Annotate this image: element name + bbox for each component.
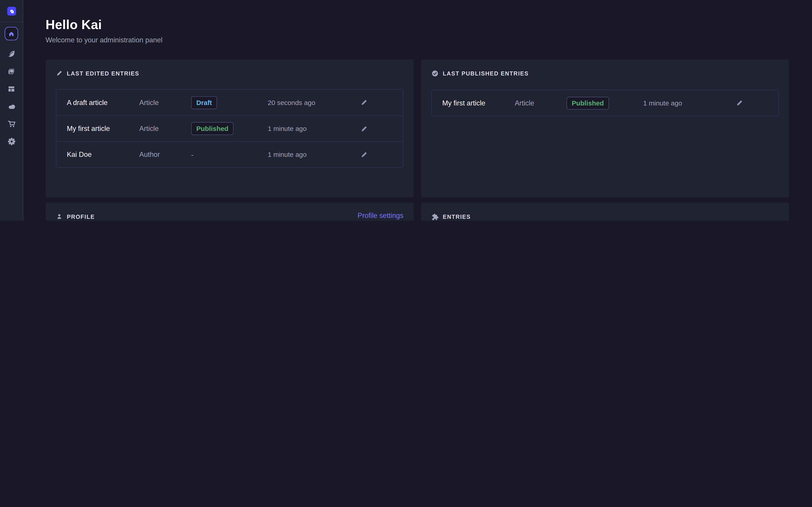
pencil-icon bbox=[360, 151, 368, 158]
pencil-icon bbox=[360, 99, 368, 106]
entry-name: My first article bbox=[67, 125, 139, 132]
entry-time: 20 seconds ago bbox=[268, 99, 360, 106]
card-title: LAST PUBLISHED ENTRIES bbox=[443, 70, 529, 76]
last-edited-entries-card: LAST EDITED ENTRIES A draft article Arti… bbox=[46, 59, 414, 198]
home-icon bbox=[8, 30, 15, 38]
table-row: A draft article Article Draft 20 seconds… bbox=[56, 90, 403, 115]
sidebar-item-settings[interactable] bbox=[7, 137, 16, 146]
entry-time: 1 minute ago bbox=[643, 99, 736, 107]
status-badge: Published bbox=[191, 122, 234, 135]
cloud-icon bbox=[7, 102, 16, 111]
user-icon bbox=[56, 213, 63, 220]
strapi-logo-icon bbox=[9, 8, 14, 14]
strapi-logo[interactable] bbox=[7, 7, 16, 15]
profile-card: PROFILE Profile settings KD Kai Doe kai.… bbox=[46, 203, 414, 221]
edit-entry-button[interactable] bbox=[360, 99, 368, 106]
card-title: LAST EDITED ENTRIES bbox=[67, 70, 139, 76]
edit-entry-button[interactable] bbox=[360, 125, 368, 132]
cards-grid: LAST EDITED ENTRIES A draft article Arti… bbox=[46, 59, 789, 221]
pencil-icon bbox=[360, 125, 368, 132]
pencil-icon bbox=[56, 70, 63, 76]
entry-type: Article bbox=[139, 99, 191, 106]
gear-icon bbox=[7, 137, 16, 146]
check-circle-icon bbox=[432, 70, 439, 77]
entry-type: Article bbox=[515, 99, 567, 107]
puzzle-icon bbox=[432, 213, 439, 220]
card-title: PROFILE bbox=[67, 213, 95, 220]
sidebar-item-content-type-builder[interactable] bbox=[7, 84, 16, 93]
images-icon bbox=[7, 67, 15, 75]
main-content: Hello Kai Welcome to your administration… bbox=[23, 0, 812, 221]
card-title: ENTRIES bbox=[443, 214, 471, 220]
sidebar-item-deploy[interactable] bbox=[7, 102, 16, 111]
layout-icon bbox=[7, 84, 15, 93]
last-edited-table: A draft article Article Draft 20 seconds… bbox=[56, 89, 404, 168]
feather-icon bbox=[7, 49, 15, 58]
pencil-icon bbox=[736, 99, 743, 107]
entry-name: A draft article bbox=[67, 99, 139, 106]
table-row: My first article Article Published 1 min… bbox=[432, 90, 778, 116]
entry-name: My first article bbox=[442, 99, 515, 107]
last-published-table: My first article Article Published 1 min… bbox=[432, 90, 779, 116]
page-title: Hello Kai bbox=[46, 17, 789, 32]
entry-time: 1 minute ago bbox=[268, 151, 360, 158]
edit-entry-button[interactable] bbox=[736, 99, 743, 107]
status-empty: - bbox=[191, 151, 193, 158]
profile-settings-link[interactable]: Profile settings bbox=[357, 212, 403, 219]
entry-type: Author bbox=[139, 151, 191, 158]
sidebar-item-content-manager[interactable] bbox=[7, 49, 16, 58]
sidebar-nav bbox=[0, 22, 23, 146]
status-badge: Published bbox=[567, 97, 609, 109]
table-row: Kai Doe Author - 1 minute ago bbox=[56, 141, 403, 167]
entry-name: Kai Doe bbox=[67, 151, 139, 158]
entry-time: 1 minute ago bbox=[268, 125, 360, 132]
cart-icon bbox=[7, 119, 16, 128]
strapi-admin-dashboard: KD Hello Kai Welcome to your administrat… bbox=[0, 0, 812, 221]
sidebar-item-media-library[interactable] bbox=[7, 67, 16, 75]
page-subtitle: Welcome to your administration panel bbox=[46, 36, 789, 44]
table-row: My first article Article Published 1 min… bbox=[56, 115, 403, 141]
entries-card: ENTRIES 3 entries bbox=[421, 203, 789, 221]
status-badge: Draft bbox=[191, 96, 217, 109]
last-published-entries-card: LAST PUBLISHED ENTRIES My first article … bbox=[421, 59, 789, 198]
sidebar-item-marketplace[interactable] bbox=[7, 119, 16, 128]
edit-entry-button[interactable] bbox=[360, 151, 368, 158]
sidebar-item-home[interactable] bbox=[5, 27, 18, 40]
entry-type: Article bbox=[139, 125, 191, 132]
sidebar: KD bbox=[0, 0, 23, 221]
